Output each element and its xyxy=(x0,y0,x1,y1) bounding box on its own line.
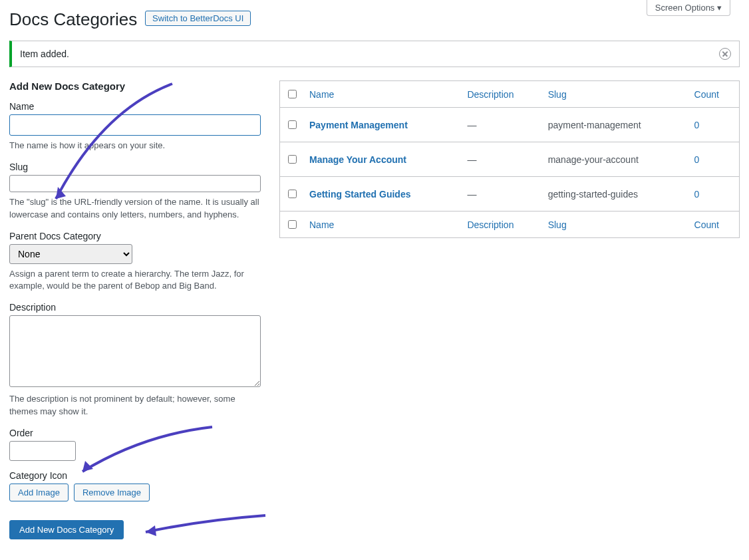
slug-label: Slug xyxy=(9,162,261,172)
name-help: The name is how it appears on your site. xyxy=(9,140,261,152)
description-help: The description is not prominent by defa… xyxy=(9,393,261,418)
name-input[interactable] xyxy=(9,114,261,136)
row-slug: getting-started-guides xyxy=(543,177,689,211)
parent-label: Parent Docs Category xyxy=(9,231,261,241)
table-row: Getting Started Guides—getting-started-g… xyxy=(280,177,740,211)
row-name-link[interactable]: Getting Started Guides xyxy=(309,189,410,200)
field-category-icon: Category Icon Add Image Remove Image xyxy=(9,470,261,501)
row-slug: payment-management xyxy=(543,108,689,142)
col-count[interactable]: Count xyxy=(689,81,740,108)
parent-help: Assign a parent term to create a hierarc… xyxy=(9,268,261,293)
switch-ui-button[interactable]: Switch to BetterDocs UI xyxy=(145,11,251,26)
category-icon-label: Category Icon xyxy=(9,470,261,481)
annotation-arrow-icon xyxy=(136,513,269,540)
row-name-link[interactable]: Payment Management xyxy=(309,120,408,130)
row-description: — xyxy=(462,177,542,211)
field-name: Name The name is how it appears on your … xyxy=(9,101,261,152)
slug-help: The "slug" is the URL-friendly version o… xyxy=(9,196,261,221)
screen-options-toggle[interactable]: Screen Options xyxy=(647,0,730,16)
row-description: — xyxy=(462,142,542,177)
row-description: — xyxy=(462,108,542,142)
col-description-footer[interactable]: Description xyxy=(462,211,542,238)
field-parent: Parent Docs Category None Assign a paren… xyxy=(9,231,261,293)
field-order: Order xyxy=(9,428,261,461)
select-all-checkbox-footer[interactable] xyxy=(288,220,297,229)
row-count-link[interactable]: 0 xyxy=(694,189,700,200)
order-label: Order xyxy=(9,428,261,438)
page-title: Docs Categories xyxy=(9,9,137,30)
row-checkbox[interactable] xyxy=(288,155,297,164)
add-image-button[interactable]: Add Image xyxy=(9,484,69,501)
col-description[interactable]: Description xyxy=(462,81,542,108)
row-count-link[interactable]: 0 xyxy=(694,120,700,130)
col-slug[interactable]: Slug xyxy=(543,81,689,108)
col-name-footer[interactable]: Name xyxy=(304,211,462,238)
order-input[interactable] xyxy=(9,441,76,461)
name-label: Name xyxy=(9,101,261,112)
notice-item-added: Item added. xyxy=(9,41,740,67)
row-name-link[interactable]: Manage Your Account xyxy=(309,154,406,165)
col-slug-footer[interactable]: Slug xyxy=(543,211,689,238)
table-row: Payment Management—payment-management0 xyxy=(280,108,740,142)
description-textarea[interactable] xyxy=(9,315,261,387)
submit-add-category-button[interactable]: Add New Docs Category xyxy=(9,520,124,539)
row-slug: manage-your-account xyxy=(543,142,689,177)
field-slug: Slug The "slug" is the URL-friendly vers… xyxy=(9,162,261,221)
categories-table: Name Description Slug Count Payment Mana… xyxy=(279,80,740,238)
description-label: Description xyxy=(9,302,261,313)
col-count-footer[interactable]: Count xyxy=(689,211,740,238)
row-checkbox[interactable] xyxy=(288,120,297,129)
field-description: Description The description is not promi… xyxy=(9,302,261,418)
select-all-checkbox[interactable] xyxy=(288,90,297,98)
form-heading: Add New Docs Category xyxy=(9,80,261,92)
slug-input[interactable] xyxy=(9,175,261,192)
parent-select[interactable]: None xyxy=(9,244,132,264)
close-icon[interactable] xyxy=(719,48,731,60)
remove-image-button[interactable]: Remove Image xyxy=(74,484,150,501)
col-name[interactable]: Name xyxy=(304,81,462,108)
row-checkbox[interactable] xyxy=(288,190,297,198)
table-row: Manage Your Account—manage-your-account0 xyxy=(280,142,740,177)
notice-text: Item added. xyxy=(20,49,69,59)
row-count-link[interactable]: 0 xyxy=(694,154,700,165)
